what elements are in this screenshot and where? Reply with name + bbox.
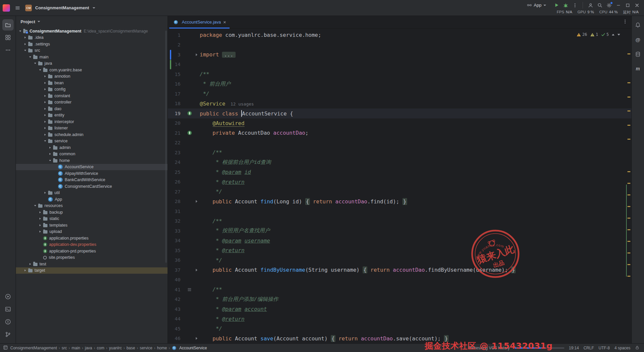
code-line-44[interactable]: 44 * @return <box>168 314 631 324</box>
code-line-43[interactable]: 43 * @param account <box>168 304 631 314</box>
chevron-down-icon[interactable] <box>28 56 33 58</box>
tree-item[interactable]: test <box>16 261 168 267</box>
code-line-3[interactable]: 3import ... <box>168 50 631 60</box>
warning-stripe-mark[interactable] <box>627 229 630 230</box>
tree-item[interactable]: AccountService <box>16 164 168 171</box>
fold-arrow-icon[interactable] <box>193 269 200 271</box>
project-tree-scrollbar[interactable] <box>165 31 167 263</box>
code-line-25[interactable]: 25 * @param id <box>168 167 631 177</box>
ai-assistant-button[interactable] <box>632 34 644 45</box>
breadcrumb-item[interactable]: com <box>97 346 105 350</box>
code-line-2[interactable]: 2 <box>168 40 631 50</box>
code-line-40[interactable]: 40 <box>168 275 631 285</box>
tree-item[interactable]: target <box>16 267 168 274</box>
chevron-right-icon[interactable] <box>43 82 47 84</box>
chevron-right-icon[interactable] <box>38 218 42 220</box>
close-window-button[interactable] <box>633 1 641 10</box>
warning-stripe-mark[interactable] <box>627 110 630 111</box>
code-line-22[interactable]: 22 <box>168 138 631 148</box>
tree-item[interactable]: .idea <box>16 35 168 41</box>
chevron-right-icon[interactable] <box>48 153 52 155</box>
tree-item[interactable]: listener <box>16 125 168 132</box>
tree-item[interactable]: application.properties <box>16 235 168 242</box>
minimize-button[interactable] <box>614 1 623 10</box>
project-tool-window-button[interactable] <box>2 19 14 31</box>
warning-stripe-mark[interactable] <box>627 139 630 140</box>
warning-stripe-mark[interactable] <box>627 171 630 172</box>
spring-bean-gutter-icon[interactable] <box>186 111 193 115</box>
warning-stripe-mark[interactable] <box>627 206 630 207</box>
tree-item[interactable]: site.properties <box>16 254 168 261</box>
chevron-right-icon[interactable] <box>38 224 42 226</box>
tree-item[interactable]: util <box>16 190 168 196</box>
warning-stripe-mark[interactable] <box>627 218 630 219</box>
breadcrumb-item[interactable]: src <box>62 346 67 350</box>
warnings-count[interactable]: 26 <box>577 32 587 37</box>
fold-comments-gutter-icon[interactable] <box>186 288 193 291</box>
tree-item[interactable]: controller <box>16 99 168 106</box>
warning-stripe-mark[interactable] <box>627 252 630 253</box>
tree-item[interactable]: templates <box>16 222 168 229</box>
code-line-33[interactable]: 33 * 按照用户名查找用户 <box>168 226 631 236</box>
chevron-right-icon[interactable] <box>43 108 47 110</box>
chevron-down-icon[interactable] <box>23 50 28 51</box>
code-line-16[interactable]: 16 * 前台用户 <box>168 79 631 89</box>
fold-arrow-icon[interactable] <box>193 200 200 203</box>
tree-item[interactable]: constant <box>16 93 168 99</box>
code-editor[interactable]: 1package com.yuanlrc.base.service.home;2… <box>168 29 631 343</box>
tree-item[interactable]: schedule.admin <box>16 131 168 138</box>
breadcrumb-item[interactable]: ConsignmentManagement <box>10 346 57 350</box>
run-button[interactable] <box>552 1 561 10</box>
tree-item[interactable]: backup <box>16 209 168 216</box>
chevron-right-icon[interactable] <box>43 88 47 90</box>
tree-item[interactable]: .settings <box>16 41 168 47</box>
chevron-right-icon[interactable] <box>23 43 28 45</box>
breadcrumb-item[interactable]: AccountService <box>172 346 207 350</box>
tree-item[interactable]: interceptor <box>16 118 168 125</box>
warning-stripe-mark[interactable] <box>627 276 630 277</box>
tree-item[interactable]: config <box>16 86 168 93</box>
chevron-down-icon[interactable] <box>48 160 52 161</box>
indent-style[interactable]: 4 spaces <box>614 346 630 350</box>
lock-icon[interactable] <box>635 345 639 351</box>
code-line-23[interactable]: 23 /** <box>168 148 631 158</box>
tree-item[interactable]: main <box>16 54 168 60</box>
breadcrumb-item[interactable]: main <box>72 346 80 350</box>
tree-item[interactable]: home <box>16 157 168 164</box>
chevron-right-icon[interactable] <box>43 101 47 103</box>
more-tool-windows-button[interactable] <box>2 44 14 56</box>
code-line-20[interactable]: 20 @Autowired <box>168 118 631 128</box>
file-encoding[interactable]: UTF-8 <box>599 346 610 350</box>
chevron-right-icon[interactable] <box>48 147 52 149</box>
code-line-46[interactable]: 46 public Account save(Account account) … <box>168 334 631 344</box>
project-panel-title[interactable]: Project <box>21 19 35 24</box>
code-line-18[interactable]: 18@Service 12 usages <box>168 99 631 109</box>
breadcrumb-item[interactable]: service <box>140 346 152 350</box>
code-line-27[interactable]: 27 */ <box>168 187 631 197</box>
fold-arrow-icon[interactable] <box>193 53 200 56</box>
tree-item[interactable]: admin <box>16 144 168 151</box>
code-line-32[interactable]: 32 /** <box>168 216 631 226</box>
chevron-right-icon[interactable] <box>43 192 47 194</box>
chevron-right-icon[interactable] <box>23 36 28 38</box>
project-badge[interactable]: CM <box>25 5 32 11</box>
tree-item[interactable]: dao <box>16 106 168 112</box>
code-line-37[interactable]: 37 public Account findByUsername(String … <box>168 265 631 275</box>
maximize-button[interactable] <box>623 1 632 10</box>
code-line-31[interactable]: 31 <box>168 206 631 216</box>
code-line-41[interactable]: 41 /** <box>168 285 631 295</box>
breadcrumb-item[interactable]: yuanlrc <box>109 346 122 350</box>
warning-stripe-mark[interactable] <box>627 125 630 126</box>
chevron-right-icon[interactable] <box>38 231 42 233</box>
tree-item[interactable]: application-prd.properties <box>16 248 168 254</box>
warning-stripe-mark[interactable] <box>627 241 630 242</box>
problems-tool-window-button[interactable] <box>2 316 14 327</box>
chevron-right-icon[interactable] <box>28 263 33 265</box>
code-line-36[interactable]: 36 */ <box>168 255 631 265</box>
version-control-tool-window-button[interactable] <box>2 329 14 340</box>
tree-item[interactable]: upload <box>16 229 168 235</box>
tree-item[interactable]: App <box>16 196 168 203</box>
notifications-button[interactable] <box>632 19 644 31</box>
fold-arrow-icon[interactable] <box>193 337 200 340</box>
chevron-right-icon[interactable] <box>43 127 47 129</box>
